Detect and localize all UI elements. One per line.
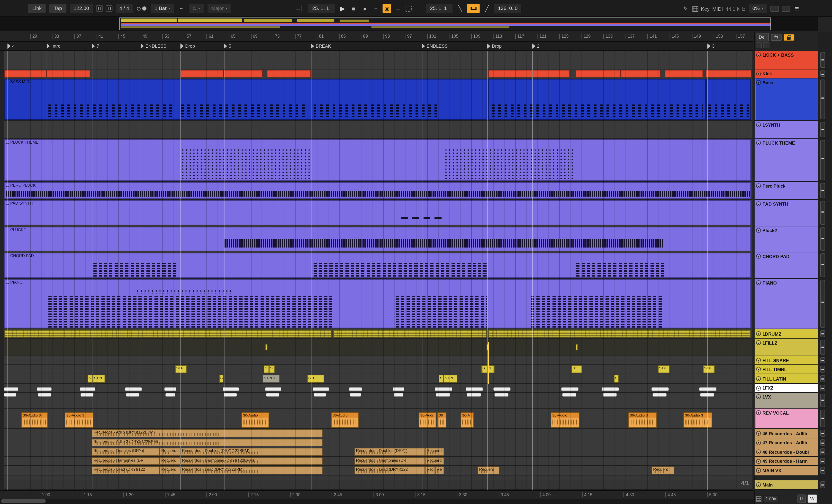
arrangement-position-field[interactable]: 25. 1. 1 (308, 4, 336, 13)
clip[interactable] (265, 387, 281, 391)
volume-slider[interactable] (820, 122, 825, 137)
clip[interactable] (576, 70, 621, 78)
volume-slider[interactable] (820, 357, 825, 363)
clip[interactable] (38, 393, 51, 396)
clip[interactable]: 36-Audio (331, 412, 359, 428)
clip[interactable]: Recuerd (425, 457, 444, 465)
clip[interactable] (488, 79, 706, 120)
metronome-toggle[interactable] (136, 6, 148, 10)
volume-slider[interactable] (820, 71, 825, 77)
draw-mode-circle-icon[interactable]: ○ (415, 4, 423, 13)
track-header-pad-synth[interactable]: ▾PAD SYNTH (755, 200, 818, 226)
group-fold-icon[interactable]: ▾ (756, 331, 761, 336)
hamburger-menu-icon[interactable]: ≡ (792, 4, 801, 13)
track-fold-icon[interactable]: ▾ (756, 280, 761, 285)
clip[interactable]: ... PLUCK2 (4, 227, 751, 251)
punch-out-toggle[interactable]: ╱ (483, 4, 491, 13)
track-fold-icon[interactable]: ▾ (756, 376, 761, 381)
locator-flag-endless[interactable]: ENDLESS (140, 44, 166, 49)
zoom-grid-icon[interactable] (756, 496, 761, 502)
clip[interactable] (493, 387, 511, 391)
track-fold-icon[interactable]: ▾ (756, 228, 761, 233)
track-header-perc-pluck[interactable]: ▾Perc Pluck (755, 182, 818, 200)
track-fold-icon[interactable]: ▾ (756, 386, 761, 391)
track-width-button[interactable]: W (808, 495, 817, 503)
track-header-pluck2[interactable]: ▾Pluck2 (755, 226, 818, 252)
automation-arrows-icon[interactable]: ⇆ (771, 34, 782, 40)
volume-slider[interactable] (820, 458, 825, 464)
clip[interactable]: ... (4, 70, 47, 78)
volume-slider[interactable] (820, 385, 825, 391)
clip[interactable]: Recuerdos - Doubles (DRY)(122BPM) (181, 448, 323, 456)
clip[interactable]: Recuerdos - Lead (DRY)(122BPM) (181, 466, 323, 474)
track-header-1synth[interactable]: ▾1SYNTH (755, 121, 818, 139)
clip[interactable] (699, 387, 717, 391)
track-fold-icon[interactable]: ▾ (756, 440, 761, 445)
clip[interactable] (436, 393, 450, 396)
track-header-pluck-theme[interactable]: ▾PLUCK THEME (755, 139, 818, 182)
clip[interactable]: Recuerd (425, 448, 444, 456)
track-header-47-recuerdos-adlib[interactable]: ▾47 Recuerdos - Adlib (755, 439, 818, 447)
clip[interactable] (495, 393, 509, 396)
clip[interactable] (125, 387, 142, 391)
clip[interactable]: 36-Audio 3 (683, 412, 712, 428)
volume-slider[interactable] (820, 410, 825, 427)
clip[interactable] (164, 387, 176, 391)
locator-flag-3[interactable]: 3 (707, 44, 714, 49)
clip[interactable] (621, 70, 661, 78)
track-fold-icon[interactable]: ▾ (756, 367, 761, 371)
locator-flag-break[interactable]: BREAK (311, 44, 331, 49)
clip[interactable] (350, 393, 361, 396)
track-fold-icon[interactable]: ▾ (756, 201, 761, 206)
clip[interactable] (602, 387, 619, 391)
clip[interactable]: ... PERC PLUCK (4, 182, 751, 199)
cpu-meter[interactable]: 0%▾ (748, 4, 768, 13)
clip[interactable]: 36-Audio (551, 412, 579, 428)
track-fold-icon[interactable]: ▾ (756, 410, 761, 415)
clip[interactable]: STP (658, 365, 670, 373)
clip[interactable]: STPF (93, 375, 105, 383)
clip[interactable]: Recuerdos - Adlib 2 (DRY)(122BPM) (92, 439, 322, 446)
clip[interactable] (562, 387, 578, 391)
clip[interactable] (435, 387, 452, 391)
volume-slider[interactable] (820, 227, 825, 251)
scale-name-menu[interactable]: Major▾ (207, 4, 232, 13)
clip[interactable] (313, 387, 329, 391)
group-fold-icon[interactable]: ▾ (756, 53, 761, 57)
clip[interactable]: ... BASS MIDI (4, 79, 487, 120)
key-map-toggle[interactable]: Key (701, 6, 710, 11)
track-fold-icon[interactable]: ▾ (756, 254, 761, 259)
track-header-rev-vocal[interactable]: ▾REV VOCAL (755, 409, 818, 429)
re-enable-automation-button[interactable] (405, 6, 412, 11)
clip[interactable]: STP (703, 365, 715, 373)
clip[interactable] (4, 330, 332, 338)
clip[interactable]: Recuerd (477, 466, 499, 474)
clip[interactable] (700, 393, 714, 396)
clip[interactable] (706, 79, 751, 120)
clip[interactable]: Recuerdos - Harmonies (DRY)(122BPM) (181, 457, 323, 465)
clip[interactable]: Re (435, 466, 444, 474)
play-button[interactable]: ▶ (338, 4, 347, 13)
lock-envelopes-icon[interactable] (784, 34, 794, 40)
clip[interactable] (488, 330, 751, 338)
clip[interactable]: S (614, 375, 619, 383)
track-header-fill-snare[interactable]: ▾FILL SNARE (755, 356, 818, 365)
volume-slider[interactable] (820, 80, 825, 119)
locator-flag-7[interactable]: 7 (92, 44, 99, 49)
track-header-fill-latin[interactable]: ▾FILL LATIN (755, 374, 818, 384)
clip[interactable] (651, 387, 669, 391)
clip[interactable]: Recuerd (651, 466, 674, 474)
locator-flag-drop[interactable]: Drop (487, 44, 502, 49)
track-fold-icon[interactable]: ▾ (756, 459, 761, 464)
clip[interactable] (706, 70, 752, 78)
nudge-up-button[interactable] (106, 5, 112, 12)
track-header-main-vx[interactable]: ▾MAIN VX (755, 466, 818, 475)
volume-slider[interactable] (820, 467, 825, 474)
clip[interactable]: ... PIANO (4, 279, 751, 328)
clip[interactable]: 36-Audio 3 (65, 412, 94, 428)
track-header-chord-pad[interactable]: ▾CHORD PAD (755, 252, 818, 279)
time-signature-field[interactable]: 4 / 4 (115, 4, 133, 13)
scale-root-menu[interactable]: C▾ (188, 4, 204, 13)
arrangement-overview[interactable] (0, 17, 817, 31)
clip[interactable] (653, 393, 667, 396)
